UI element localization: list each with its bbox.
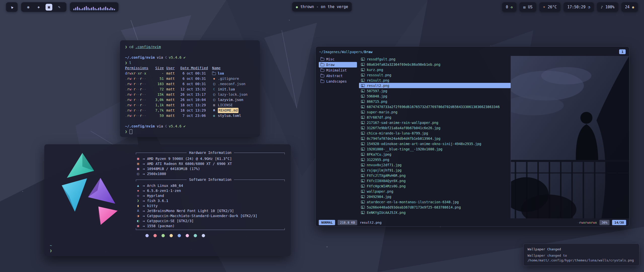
notification-title: Wallpaper Changed xyxy=(528,247,635,252)
file-list-item[interactable]: re1sult.png xyxy=(359,78,511,83)
directory-name: Draw xyxy=(326,63,335,67)
visualizer-bar xyxy=(89,8,90,10)
file-list-item[interactable]: chica-mirando-la-luna-8799.jpg xyxy=(359,130,511,136)
workspace-button[interactable]: ◆ xyxy=(35,4,42,11)
palette-dot xyxy=(153,234,157,237)
file-list-item[interactable]: kurz.png xyxy=(359,67,511,72)
file-list-item[interactable]: 20492984.jpg xyxy=(359,194,511,199)
permissions: .rw-r--r-- xyxy=(125,97,150,103)
file-name: 20492984.jpg xyxy=(367,195,391,199)
metric-icon: □ xyxy=(136,171,140,176)
visualizer-bar xyxy=(91,8,92,10)
file-size: 183 xyxy=(153,81,164,87)
arrow-icon xyxy=(143,213,145,218)
file-name: 3126f7e9bbf21a8a4af0b67b041c6e26.jpg xyxy=(367,126,440,130)
file-list-item[interactable]: EeNKYgIUcAAJ5JX.png xyxy=(359,210,511,215)
arrow-icon xyxy=(143,193,145,198)
visualizer-bar xyxy=(75,8,76,10)
visualizer-bar xyxy=(100,7,101,10)
file-list-item[interactable]: 68747470733a2f2f696d616765732d7769786d70… xyxy=(359,104,511,109)
tab-badge[interactable]: 1 xyxy=(619,49,626,54)
directory-item[interactable]: Abstract xyxy=(319,73,357,79)
image-preview-pane xyxy=(511,56,629,218)
file-list-item[interactable]: FXfcII0X0AQyn9X.png xyxy=(359,178,511,183)
lua-icon: ☾ xyxy=(165,55,167,60)
file-list-item[interactable]: FXfcHgcWIAMzs0G.png xyxy=(359,183,511,189)
folder-icon xyxy=(320,69,324,72)
image-file-icon xyxy=(361,174,365,177)
notification-toast[interactable]: Wallpaper Changed Wallpaper changed to /… xyxy=(523,244,639,266)
via-label: via xyxy=(157,55,163,60)
file-list-item[interactable]: 217167-sad-anime-rain-wallpaper.png xyxy=(359,120,511,125)
directory-item[interactable]: Minimalist xyxy=(319,67,357,73)
image-file-icon xyxy=(361,100,365,103)
music-widget[interactable]: ● thrown - on the verge xyxy=(292,2,352,12)
file-list-item[interactable]: nnvuv0xj2df71.jpg xyxy=(359,162,511,167)
file-list-item[interactable]: 5a266e448add93deab367d87173e9f25-6837886… xyxy=(359,205,511,210)
metric-icon: ▲ xyxy=(136,183,140,188)
file-name: 19201080-__blue-tinge__-1920x1080.jpg xyxy=(367,147,442,151)
file-list-item[interactable]: 19201080-__blue-tinge__-1920x1080.jpg xyxy=(359,146,511,152)
file-name: .neoconf.json xyxy=(218,81,246,87)
file-list-item[interactable]: resssult.png xyxy=(359,72,511,78)
directory-item[interactable]: Landscapes xyxy=(319,79,357,84)
palette-dot xyxy=(202,234,205,237)
volume-module[interactable]: ♪ 100% xyxy=(597,2,618,12)
file-permissions: -rwxrwxrwx xyxy=(577,221,597,224)
arrow-icon xyxy=(143,171,145,176)
file-list-item[interactable]: wallpaper.png xyxy=(359,189,511,194)
temperature-module[interactable]: ☀ 26°C xyxy=(539,2,561,12)
image-file-icon xyxy=(361,190,365,193)
audio-visualizer xyxy=(70,2,118,12)
file-type-icon xyxy=(212,108,216,113)
prompt-char: ❯ xyxy=(125,44,127,50)
file-list-item[interactable]: rsjqojlmjhf91.jpg xyxy=(359,167,511,173)
file-list-item[interactable]: 08a634fa02a32364f69ebc86a98eb1eb.png xyxy=(359,62,511,67)
file-list-item[interactable]: 3126f7e9bbf21a8a4af0b67b041c6e26.jpg xyxy=(359,125,511,130)
terminal-window-nvim[interactable]: ❯cd.config/nvim ~/.config/nvimvia☾v5.4.6… xyxy=(120,40,260,137)
workspace-button[interactable]: ✎ xyxy=(56,4,63,11)
updates-module[interactable]: 0 ♻ xyxy=(502,2,516,12)
terminal-window-fastfetch[interactable]: Hardware Information ▦ AMD Ryzen 9 5900X… xyxy=(44,144,291,256)
image-file-icon xyxy=(361,89,365,92)
directory-item[interactable]: Misc xyxy=(319,56,357,62)
permissions: .rw-r--r-- xyxy=(125,103,150,108)
workspace-button[interactable]: ◉ xyxy=(25,4,32,11)
image-file-icon xyxy=(361,84,365,87)
keyboard-layout-module[interactable]: ▤ US xyxy=(519,2,536,12)
file-size-badge: 218.8 KB xyxy=(338,220,357,225)
fetch-info-line: A JetBrainsMono Nerd Font Light 10 [GTK2… xyxy=(136,208,285,213)
file-list-item[interactable]: super-mario.png xyxy=(359,109,511,115)
file-list-item[interactable]: 596848.jpg xyxy=(359,93,511,99)
file-list-item[interactable]: FXfcJlTXgAMvH6R.png xyxy=(359,173,511,178)
file-row: .rw-r--r-- 59 matt 7 oct 23:06 stylua.to… xyxy=(125,113,255,118)
notifications-module[interactable]: 24 ◉ xyxy=(621,2,638,12)
arrow-icon xyxy=(143,223,145,228)
workspace-button[interactable]: ▣ xyxy=(46,4,52,11)
shell-prompt: ~ ❯ xyxy=(50,243,54,253)
file-list-item[interactable]: 8FKa7Cu.jpeg xyxy=(359,152,511,157)
arrow-icon xyxy=(143,188,145,193)
file-list-item[interactable]: 866715.png xyxy=(359,99,511,104)
command: l xyxy=(129,60,131,65)
metric-value: fish 3.6.1 xyxy=(147,198,168,203)
image-file-icon xyxy=(361,63,365,66)
file-manager-window[interactable]: ~/Imagenes/Wallpapers/Draw 1 Misc Draw M… xyxy=(315,46,629,227)
file-list-item[interactable]: atardecer-en-la-montanas-ilustracion-634… xyxy=(359,199,511,205)
file-list-item[interactable]: 87r687df.png xyxy=(359,115,511,120)
launcher-button[interactable]: ▲ xyxy=(6,2,18,12)
file-list-item[interactable]: ressdfgult.png xyxy=(359,56,511,62)
arrow-icon xyxy=(143,198,145,203)
cwd-path: ~ xyxy=(50,243,54,248)
hardware-section-header: Hardware Information xyxy=(136,150,285,155)
file-list-item[interactable]: 0c794faf07de24a4db4d4fb1eb813964.jpg xyxy=(359,136,511,141)
file-list-item[interactable]: 3122955.png xyxy=(359,157,511,162)
arrow-icon xyxy=(143,166,145,171)
clock-module[interactable]: 17:50:29 ◔ xyxy=(564,2,594,12)
workspaces: ◉ ◆ ▣ ✎ xyxy=(21,2,66,12)
file-list-item[interactable]: result2.png xyxy=(359,83,511,88)
file-list-item[interactable]: 154928-odinokoe-anime-art-anime-okno-sin… xyxy=(359,141,511,146)
directory-item[interactable]: Draw xyxy=(319,62,357,67)
permissions: .rw-r--r-- xyxy=(125,81,150,87)
file-list-item[interactable]: 587597.jpg xyxy=(359,88,511,93)
